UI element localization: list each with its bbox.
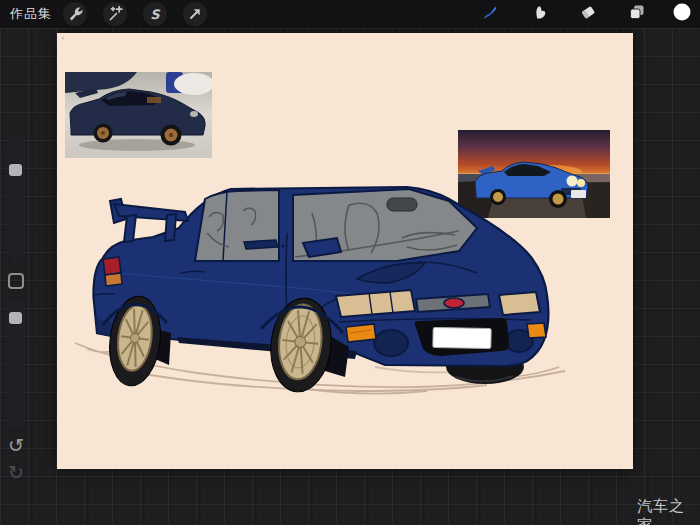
top-toolbar: 作品集 S <box>0 0 700 28</box>
brush-size-handle[interactable] <box>9 164 22 176</box>
door-handle <box>244 240 278 249</box>
selection-s-icon: S <box>143 2 167 26</box>
drawing-canvas[interactable] <box>57 33 633 469</box>
eraser-icon <box>576 0 600 28</box>
taillight <box>103 257 122 286</box>
license-plate <box>433 327 491 348</box>
brush-size-slider[interactable] <box>6 136 25 258</box>
rearview-mirror <box>387 198 417 211</box>
color-circle <box>670 0 694 28</box>
cursor-arrow-icon <box>183 2 207 26</box>
selection-button[interactable]: S <box>143 2 167 26</box>
side-windows <box>195 190 279 261</box>
actions-button[interactable] <box>63 2 87 26</box>
autohome-watermark: 汽车之家 <box>637 497 700 525</box>
transform-button[interactable] <box>183 2 207 26</box>
subaru-badge <box>444 298 464 308</box>
erase-tool-button[interactable] <box>576 2 600 26</box>
paint-tool-button[interactable] <box>478 2 502 26</box>
fog-recess-left <box>374 330 408 356</box>
color-swatch-button[interactable] <box>670 2 694 26</box>
modify-button[interactable] <box>8 273 24 289</box>
brush-icon <box>478 0 502 28</box>
smudge-tool-button[interactable] <box>528 2 552 26</box>
opacity-slider[interactable] <box>6 300 25 428</box>
undo-button[interactable]: ↺ <box>3 432 29 458</box>
car-drawing <box>57 33 633 469</box>
smudge-finger-icon <box>528 0 552 28</box>
layers-icon <box>625 0 649 28</box>
redo-button[interactable]: ↻ <box>3 459 29 485</box>
stray-pencil-mark <box>62 37 65 40</box>
magic-wand-icon <box>103 2 127 26</box>
adjustments-button[interactable] <box>103 2 127 26</box>
opacity-handle[interactable] <box>9 312 22 324</box>
gallery-button[interactable]: 作品集 <box>10 5 52 23</box>
svg-text:S: S <box>150 7 161 22</box>
wrench-icon <box>63 2 87 26</box>
layers-button[interactable] <box>625 2 649 26</box>
